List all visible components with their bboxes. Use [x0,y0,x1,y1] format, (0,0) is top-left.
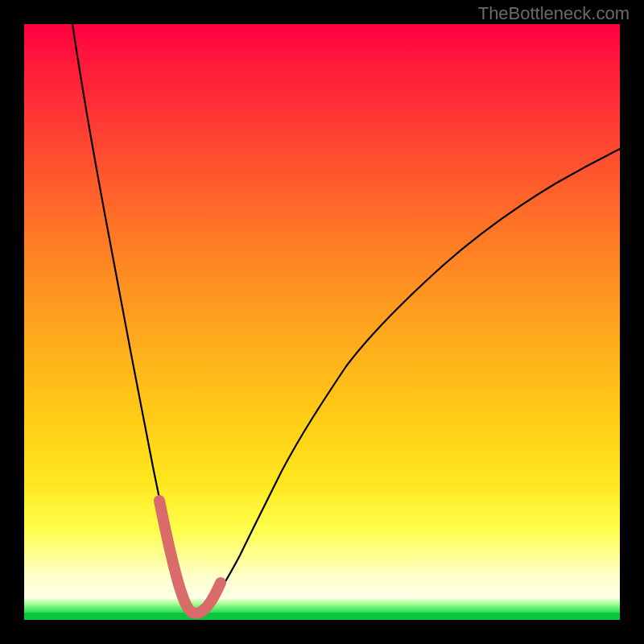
chart-frame: TheBottleneck.com [0,0,644,644]
watermark-text: TheBottleneck.com [478,3,630,24]
bottleneck-curve [72,24,620,614]
highlight-segment [159,501,221,613]
curve-layer [24,24,620,620]
plot-area [24,24,620,620]
